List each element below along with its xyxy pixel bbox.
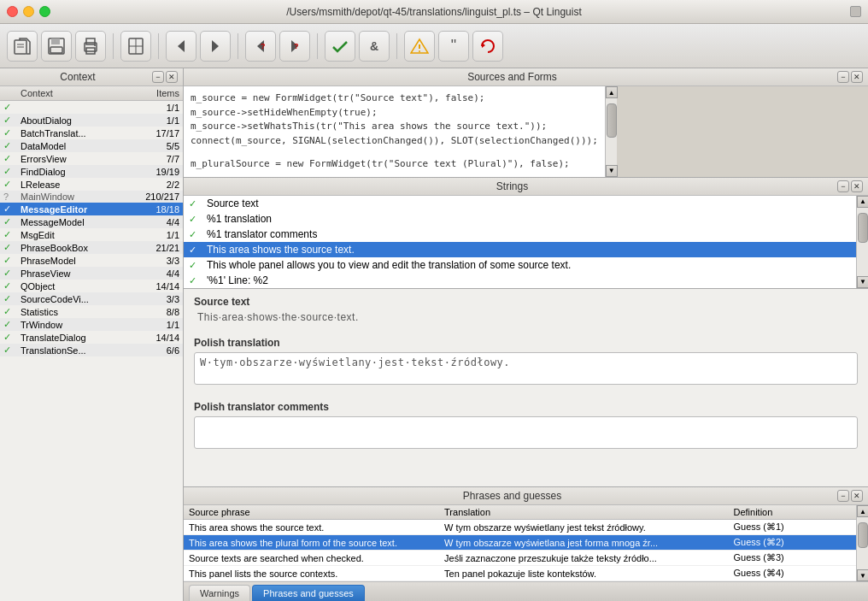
check-icon: ✓ bbox=[3, 255, 11, 265]
context-name-cell: TranslationSe... bbox=[17, 344, 142, 356]
code-line: m_source->setHideWhenEmpty(true); bbox=[191, 106, 598, 121]
context-table-row[interactable]: ✓ PhraseModel 3/3 bbox=[0, 254, 183, 267]
sources-scroll-up[interactable]: ▲ bbox=[606, 86, 618, 98]
context-table-row[interactable]: ✓ MessageEditor 18/18 bbox=[0, 203, 183, 215]
toolbar-separator-5 bbox=[396, 33, 397, 59]
right-panel: Sources and Forms − ✕ m_source = new For… bbox=[184, 68, 868, 601]
context-items-cell: 21/21 bbox=[142, 241, 183, 254]
sources-scrollbar[interactable]: ▲ ▼ bbox=[605, 86, 617, 177]
code-line: m_pluralSource = new FormWidget(tr("Sour… bbox=[191, 157, 598, 172]
strings-table-row[interactable]: ✓ %1 translation bbox=[184, 211, 856, 227]
warning-btn[interactable] bbox=[404, 31, 435, 62]
sources-scroll-down[interactable]: ▼ bbox=[606, 165, 618, 177]
context-table-row[interactable]: ✓ SourceCodeVi... 3/3 bbox=[0, 292, 183, 305]
context-table-row[interactable]: ✓ PhraseBookBox 21/21 bbox=[0, 241, 183, 254]
context-table-row[interactable]: ✓ ErrorsView 7/7 bbox=[0, 152, 183, 165]
check-icon: ✓ bbox=[3, 127, 11, 138]
done-btn[interactable] bbox=[325, 31, 355, 62]
check-icon: ✓ bbox=[3, 268, 11, 278]
context-name-cell: QObject bbox=[17, 280, 142, 292]
check-icon: ✓ bbox=[3, 319, 11, 329]
context-name-cell: PhraseModel bbox=[17, 254, 142, 267]
strings-table-row[interactable]: ✓ This area shows the source text. bbox=[184, 242, 856, 257]
save-btn[interactable] bbox=[41, 31, 72, 62]
context-table-row[interactable]: ✓ TranslationSe... 6/6 bbox=[0, 344, 183, 356]
zoom-window-btn[interactable] bbox=[39, 6, 50, 17]
check-icon: ✓ bbox=[189, 275, 196, 286]
print-btn[interactable] bbox=[75, 31, 106, 62]
context-items-cell: 5/5 bbox=[142, 139, 183, 152]
strings-table-row[interactable]: ✓ %1 translator comments bbox=[184, 227, 856, 242]
refresh-btn[interactable] bbox=[472, 31, 503, 62]
warnings-tab[interactable]: Warnings bbox=[189, 585, 250, 601]
strings-table-row[interactable]: ✓ This whole panel allows you to view an… bbox=[184, 257, 856, 273]
strings-scroll-up[interactable]: ▲ bbox=[857, 196, 868, 208]
context-table-row[interactable]: ? MainWindow 210/217 bbox=[0, 191, 183, 203]
context-table-row[interactable]: ✓ PhraseView 4/4 bbox=[0, 267, 183, 280]
context-table-row[interactable]: ✓ TranslateDialog 14/14 bbox=[0, 331, 183, 344]
done-ampersand-btn[interactable]: & bbox=[359, 31, 390, 62]
polish-translation-section: Polish translation W·tym·obszarze·wyświe… bbox=[184, 330, 868, 394]
phrases-scrollbar[interactable]: ▲ ▼ bbox=[856, 505, 868, 581]
sources-forms-close-btn[interactable]: ✕ bbox=[851, 71, 863, 83]
context-table-row[interactable]: ✓ LRelease 2/2 bbox=[0, 178, 183, 191]
strings-scroll-thumb[interactable] bbox=[858, 213, 868, 243]
minimize-window-btn[interactable] bbox=[23, 6, 34, 17]
next-unfinished-btn[interactable]: ? bbox=[279, 31, 310, 62]
next-btn[interactable] bbox=[200, 31, 231, 62]
context-table-row[interactable]: ✓ Statistics 8/8 bbox=[0, 305, 183, 318]
context-panel-close-btn[interactable]: ✕ bbox=[166, 71, 178, 83]
strings-table-row[interactable]: ✓ Source text bbox=[184, 196, 856, 211]
polish-translation-input[interactable]: W·tym·obszarze·wyświetlany·jest·tekst·źr… bbox=[194, 352, 858, 385]
phrases-close-btn[interactable]: ✕ bbox=[851, 490, 863, 502]
context-name-cell: TrWindow bbox=[17, 318, 142, 331]
phrases-scroll-thumb[interactable] bbox=[858, 522, 868, 548]
check-icon: ✓ bbox=[189, 245, 196, 255]
context-table-row[interactable]: ✓ AboutDialog 1/1 bbox=[0, 114, 183, 127]
phrases-header: Phrases and guesses − ✕ bbox=[184, 487, 868, 505]
sources-scroll-thumb[interactable] bbox=[607, 103, 617, 138]
window-resize-btn[interactable] bbox=[850, 6, 861, 17]
sources-forms-minimize-btn[interactable]: − bbox=[837, 71, 849, 83]
string-text-cell: This whole panel allows you to view and … bbox=[202, 257, 856, 273]
prev-unfinished-btn[interactable]: ? bbox=[245, 31, 276, 62]
check-icon: ✓ bbox=[3, 115, 11, 125]
context-items-cell: 14/14 bbox=[142, 331, 183, 344]
phrases-table-row[interactable]: This panel lists the source contexts. Te… bbox=[184, 566, 856, 581]
phrases-scroll-down[interactable]: ▼ bbox=[857, 569, 868, 581]
phrases-table-row[interactable]: Source texts are searched when checked. … bbox=[184, 551, 856, 566]
phrasebook-btn[interactable] bbox=[120, 31, 151, 62]
phrases-guesses-tab[interactable]: Phrases and guesses bbox=[252, 585, 365, 601]
check-icon: ✓ bbox=[3, 345, 11, 355]
close-window-btn[interactable] bbox=[7, 6, 18, 17]
strings-scrollbar[interactable]: ▲ ▼ bbox=[856, 196, 868, 288]
context-table-row[interactable]: ✓ MessageModel 4/4 bbox=[0, 215, 183, 228]
context-panel-minimize-btn[interactable]: − bbox=[152, 71, 164, 83]
phrase-guess-btn[interactable]: " bbox=[438, 31, 469, 62]
strings-minimize-btn[interactable]: − bbox=[837, 180, 849, 192]
strings-content-area: ✓ Source text ✓ %1 translation ✓ %1 tran… bbox=[184, 196, 868, 288]
phrases-table-row[interactable]: This area shows the source text. W tym o… bbox=[184, 520, 856, 535]
phrases-table-row[interactable]: This area shows the plural form of the s… bbox=[184, 535, 856, 551]
context-table-row[interactable]: ✓ QObject 14/14 bbox=[0, 280, 183, 292]
context-table-row[interactable]: ✓ 1/1 bbox=[0, 101, 183, 115]
check-icon: ✓ bbox=[3, 216, 11, 227]
phrases-scroll-up[interactable]: ▲ bbox=[857, 505, 868, 517]
context-table-row[interactable]: ✓ TrWindow 1/1 bbox=[0, 318, 183, 331]
context-table-row[interactable]: ✓ DataModel 5/5 bbox=[0, 139, 183, 152]
comments-input[interactable] bbox=[194, 416, 858, 449]
strings-section: Strings − ✕ ✓ Source text ✓ %1 translati… bbox=[184, 178, 868, 289]
strings-scroll-down[interactable]: ▼ bbox=[857, 276, 868, 288]
phrase-definition-cell: Guess (⌘4) bbox=[728, 566, 856, 581]
context-name-cell: AboutDialog bbox=[17, 114, 142, 127]
context-table-row[interactable]: ✓ FindDialog 19/19 bbox=[0, 165, 183, 178]
context-table-row[interactable]: ✓ MsgEdit 1/1 bbox=[0, 228, 183, 241]
open-file-btn[interactable] bbox=[7, 31, 38, 62]
strings-close-btn[interactable]: ✕ bbox=[851, 180, 863, 192]
check-icon: ✓ bbox=[3, 229, 11, 239]
phrases-minimize-btn[interactable]: − bbox=[837, 490, 849, 502]
check-icon: ✓ bbox=[189, 198, 196, 209]
context-table-row[interactable]: ✓ BatchTranslat... 17/17 bbox=[0, 127, 183, 139]
prev-btn[interactable] bbox=[166, 31, 196, 62]
strings-table-row[interactable]: ✓ '%1' Line: %2 bbox=[184, 273, 856, 288]
